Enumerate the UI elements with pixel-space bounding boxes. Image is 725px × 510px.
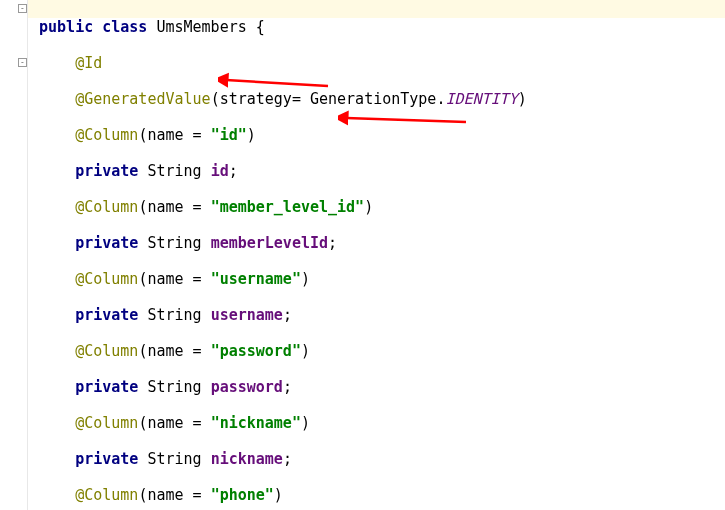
brace-open: { <box>256 18 265 36</box>
keyword-class: class <box>102 18 147 36</box>
field-member-level-id: memberLevelId <box>211 234 328 252</box>
field-password: password <box>211 378 283 396</box>
keyword-public: public <box>39 18 93 36</box>
column-id: "id" <box>211 126 247 144</box>
code-content[interactable]: public class UmsMembers { @Id @Generated… <box>30 0 527 510</box>
field-nickname: nickname <box>211 450 283 468</box>
editor-gutter: - - <box>0 0 28 510</box>
fold-icon[interactable]: - <box>18 4 27 13</box>
annotation-id: @Id <box>75 54 102 72</box>
column-member-level-id: "member_level_id" <box>211 198 365 216</box>
class-name: UmsMembers <box>156 18 246 36</box>
enum-identity: IDENTITY <box>445 90 517 108</box>
field-username: username <box>211 306 283 324</box>
fold-icon[interactable]: - <box>18 58 27 67</box>
annotation-generated-value: @GeneratedValue <box>75 90 210 108</box>
field-id: id <box>211 162 229 180</box>
annotation-column: @Column <box>75 126 138 144</box>
